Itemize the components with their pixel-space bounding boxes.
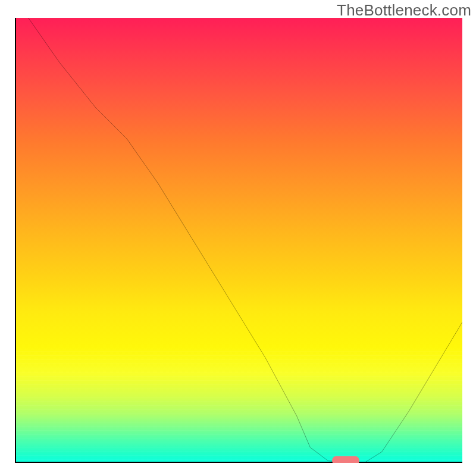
watermark-text: TheBottleneck.com	[337, 1, 471, 20]
bottleneck-chart: TheBottleneck.com	[0, 0, 476, 476]
curve-layer	[15, 18, 462, 463]
recommended-marker	[332, 456, 359, 463]
bottleneck-curve	[29, 18, 462, 463]
plot-area	[15, 18, 462, 463]
